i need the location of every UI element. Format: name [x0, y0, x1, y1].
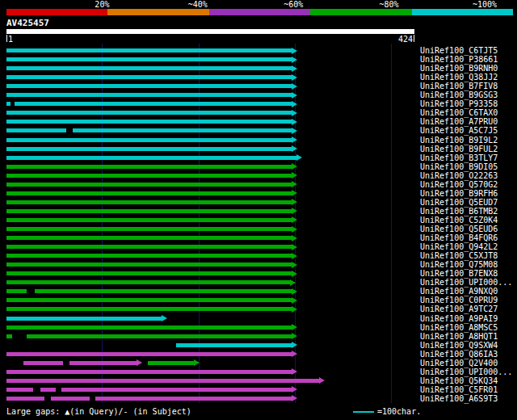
alignment-bar[interactable]: [6, 128, 292, 132]
alignment-bar[interactable]: [6, 66, 292, 70]
alignment-arrow[interactable]: [162, 315, 167, 321]
alignment-bar[interactable]: [6, 218, 292, 222]
alignment-bar[interactable]: [6, 57, 292, 61]
alignment-bar[interactable]: [6, 48, 292, 52]
hit-label[interactable]: UniRef100_Q5EUD7: [420, 198, 498, 207]
alignment-bar[interactable]: [23, 361, 137, 365]
alignment-bar[interactable]: [6, 307, 292, 311]
hit-label[interactable]: UniRef100_UPI000...: [420, 278, 512, 287]
alignment-arrow[interactable]: [292, 199, 297, 205]
alignment-bar[interactable]: [6, 280, 290, 284]
alignment-bar[interactable]: [6, 147, 292, 151]
hit-label[interactable]: UniRef100_Q38JJ2: [420, 73, 498, 82]
hit-label[interactable]: UniRef100_B9GSG3: [420, 90, 498, 99]
hit-label[interactable]: UniRef100_B3TLY7: [420, 153, 498, 162]
alignment-bar[interactable]: [6, 245, 292, 249]
hit-label[interactable]: UniRef100_A8HQT1: [420, 332, 498, 341]
alignment-arrow[interactable]: [292, 65, 297, 72]
alignment-bar[interactable]: [6, 379, 319, 383]
alignment-arrow[interactable]: [292, 208, 297, 214]
alignment-arrow[interactable]: [292, 386, 297, 393]
alignment-arrow[interactable]: [292, 324, 297, 330]
alignment-arrow[interactable]: [194, 359, 200, 366]
alignment-bar[interactable]: [6, 174, 292, 178]
alignment-arrow[interactable]: [292, 226, 297, 233]
hit-label[interactable]: UniRef100_C6TAX0: [420, 108, 498, 117]
hit-label[interactable]: UniRef100_Q5KQ34: [420, 376, 498, 385]
hit-label[interactable]: UniRef100_A5C7J5: [420, 126, 498, 135]
alignment-arrow[interactable]: [292, 128, 297, 134]
hit-label[interactable]: UniRef100_C5FR01: [420, 385, 498, 394]
alignment-bar[interactable]: [6, 317, 162, 321]
alignment-arrow[interactable]: [292, 216, 297, 223]
alignment-arrow[interactable]: [292, 57, 297, 63]
alignment-bar[interactable]: [6, 370, 292, 374]
alignment-bar[interactable]: [6, 183, 292, 187]
alignment-bar[interactable]: [148, 361, 193, 365]
hit-label[interactable]: UniRef100_B9DI05: [420, 162, 498, 171]
alignment-arrow[interactable]: [292, 136, 297, 143]
alignment-bar[interactable]: [6, 271, 292, 275]
alignment-arrow[interactable]: [292, 253, 297, 259]
hit-label[interactable]: UniRef100_B4FQR6: [420, 233, 498, 242]
alignment-arrow[interactable]: [292, 145, 297, 152]
hit-label[interactable]: UniRef100_B7ENX8: [420, 269, 498, 278]
alignment-arrow[interactable]: [296, 154, 302, 161]
alignment-arrow[interactable]: [292, 368, 297, 375]
alignment-arrow[interactable]: [292, 101, 297, 107]
alignment-bar[interactable]: [6, 236, 292, 240]
alignment-arrow[interactable]: [292, 271, 297, 277]
alignment-bar[interactable]: [6, 84, 292, 88]
alignment-bar[interactable]: [6, 200, 292, 204]
alignment-bar[interactable]: [176, 343, 292, 347]
alignment-bar[interactable]: [6, 298, 292, 302]
alignment-bar[interactable]: [6, 191, 292, 195]
hit-label[interactable]: UniRef100_A9PAI9: [420, 314, 498, 323]
alignment-bar[interactable]: [6, 93, 292, 97]
alignment-bar[interactable]: [6, 120, 292, 124]
hit-label[interactable]: UniRef100_C0PRU9: [420, 296, 498, 304]
alignment-bar[interactable]: [6, 75, 292, 79]
alignment-arrow[interactable]: [292, 306, 297, 313]
hit-label[interactable]: UniRef100_C6TJT5: [420, 46, 498, 55]
alignment-arrow[interactable]: [319, 377, 325, 384]
alignment-arrow[interactable]: [292, 181, 297, 187]
hit-label[interactable]: UniRef100_P93358: [420, 99, 498, 108]
alignment-bar[interactable]: [6, 388, 292, 392]
alignment-arrow[interactable]: [292, 288, 297, 295]
alignment-arrow[interactable]: [292, 244, 297, 250]
hit-label[interactable]: UniRef100_A9TC27: [420, 304, 498, 313]
alignment-bar[interactable]: [6, 227, 292, 231]
hit-label[interactable]: UniRef100_Q570G2: [420, 180, 498, 189]
alignment-arrow[interactable]: [292, 190, 297, 196]
alignment-arrow[interactable]: [137, 359, 142, 366]
alignment-bar[interactable]: [6, 254, 292, 258]
hit-label[interactable]: UniRef100_UPI000...: [420, 368, 512, 376]
hit-label[interactable]: UniRef100_Q2V400: [420, 359, 498, 368]
alignment-arrow[interactable]: [292, 48, 297, 54]
alignment-bar[interactable]: [6, 334, 292, 338]
hit-label[interactable]: UniRef100_A8MSC5: [420, 323, 498, 332]
alignment-bar[interactable]: [6, 102, 292, 106]
hit-label[interactable]: UniRef100_C5Z0K4: [420, 216, 498, 225]
alignment-bar[interactable]: [6, 165, 292, 169]
hit-label[interactable]: UniRef100_Q9SXW4: [420, 341, 498, 350]
hit-label[interactable]: UniRef100_B9RNH0: [420, 64, 498, 73]
hit-label[interactable]: UniRef100_B9FUL2: [420, 145, 498, 153]
alignment-arrow[interactable]: [292, 262, 297, 268]
alignment-bar[interactable]: [6, 209, 292, 213]
hit-label[interactable]: UniRef100_Q86IA3: [420, 350, 498, 359]
hit-label[interactable]: UniRef100_B9RFH6: [420, 189, 498, 198]
alignment-bar[interactable]: [6, 289, 292, 293]
alignment-bar[interactable]: [6, 156, 296, 160]
alignment-arrow[interactable]: [292, 83, 297, 90]
alignment-arrow[interactable]: [292, 119, 297, 125]
hit-label[interactable]: UniRef100_O22263: [420, 171, 498, 180]
alignment-bar[interactable]: [6, 262, 292, 267]
hit-label[interactable]: UniRef100_B6TMB2: [420, 207, 498, 216]
hit-label[interactable]: UniRef100_Q5EUD6: [420, 225, 498, 233]
hit-label[interactable]: UniRef100_A9NXQ0: [420, 287, 498, 296]
alignment-arrow[interactable]: [290, 279, 296, 286]
alignment-bar[interactable]: [6, 352, 292, 356]
alignment-arrow[interactable]: [292, 235, 297, 242]
